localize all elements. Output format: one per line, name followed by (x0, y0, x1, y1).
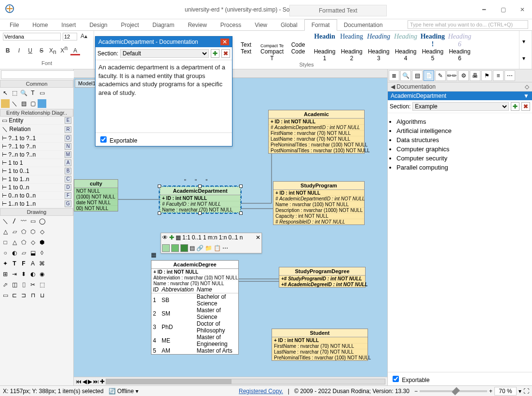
shape-polyline-icon[interactable]: 〳 (10, 217, 19, 225)
shape-T-icon[interactable]: T (10, 259, 19, 268)
color1-icon[interactable] (1, 99, 10, 108)
menu-global[interactable]: Global (274, 20, 304, 30)
mini-paste-icon[interactable]: 📋 (214, 245, 221, 251)
shape-ellipse-icon[interactable]: ◯ (38, 217, 46, 225)
status-registered[interactable]: Registered Copy. (239, 388, 283, 395)
font-color-button[interactable]: A (70, 47, 80, 55)
drawing-header[interactable]: Drawing (0, 208, 73, 216)
common-header[interactable]: Common (0, 80, 73, 88)
shape-x-icon[interactable]: ◫ (10, 280, 19, 289)
tool-q1qn[interactable]: ⊢ ?..1 to ?..nN (0, 143, 73, 151)
maximize-button[interactable]: ▢ (493, 0, 513, 19)
menu-review[interactable]: Review (181, 20, 213, 30)
erd-header[interactable]: Entity Relationship Diagr.. (0, 109, 73, 117)
shape-r-icon[interactable]: ⊞ (1, 270, 10, 278)
panel-btn-8[interactable]: 🖶 (470, 70, 480, 81)
minimize-button[interactable]: ━ (474, 0, 493, 19)
entity-faculty[interactable]: culty NOT NULL (1000) NOT NULL date NOT … (74, 179, 118, 211)
menu-process[interactable]: Process (214, 20, 248, 30)
doc-editor-close[interactable]: ✕ (220, 39, 229, 45)
toolbox-search[interactable] (1, 70, 76, 79)
entity-academic-department[interactable]: AcademicDepartment + ID : int NOT NULL #… (160, 186, 241, 213)
menu-design[interactable]: Design (82, 20, 114, 30)
grid-toggle-icon[interactable]: ▦ (151, 251, 156, 258)
shape-m-icon[interactable]: ▱ (19, 249, 28, 257)
menu-insert[interactable]: Insert (55, 20, 82, 30)
mini-11[interactable]: 1:1 (182, 234, 191, 241)
menu-project[interactable]: Project (114, 20, 146, 30)
doc-panel-expand-icon[interactable]: ▼ (523, 92, 529, 99)
heading1-style[interactable]: Headin (312, 33, 337, 48)
shape-F-icon[interactable]: F (19, 259, 28, 268)
panel-btn-2[interactable]: 🔍 (400, 70, 411, 81)
anchor-icon[interactable]: ▫ (184, 176, 186, 183)
note-tool-icon[interactable]: ▤ (19, 99, 28, 108)
strike-button[interactable]: S (37, 47, 46, 54)
shape-line-icon[interactable]: ＼ (1, 217, 10, 225)
font-family-input[interactable] (3, 33, 61, 40)
shape-s-icon[interactable]: ⇥ (10, 270, 19, 278)
shape-f-icon[interactable]: □ (1, 238, 10, 247)
entity-study-program-degree[interactable]: StudyProgramDegree +# StudyProgramID : i… (279, 267, 366, 288)
heading2-style[interactable]: Heading (339, 33, 364, 48)
nav-first-icon[interactable]: ⏮ (76, 378, 82, 385)
shape-z-icon[interactable]: ✂ (28, 280, 37, 289)
entity-academic-degree[interactable]: AcademicDegree + ID : int NOT NULL Abbre… (151, 260, 239, 355)
heading3-style[interactable]: Heading (366, 33, 391, 48)
pointer-tool-icon[interactable]: ↖ (1, 89, 10, 97)
nav-add-icon[interactable]: ✚ (100, 378, 105, 385)
entity-academic[interactable]: Academic + ID : int NOT NULL # AcademicD… (268, 110, 365, 154)
color2-icon[interactable] (38, 99, 46, 108)
mini-folder-icon[interactable]: 📁 (205, 245, 212, 251)
shape-p-icon[interactable]: ✦ (1, 259, 10, 268)
anchor-icon[interactable]: ▫ (205, 176, 207, 183)
panel-btn-6[interactable]: ✏✏ (447, 70, 457, 81)
ribbon-collapse-icon[interactable]: ▾ (522, 38, 529, 45)
tool-1to1n[interactable]: ⊢ 1 to 1..nC (0, 175, 73, 184)
style-compact-prev[interactable]: Compact Te (260, 43, 284, 48)
shape-l-icon[interactable]: ◐ (10, 249, 19, 257)
container-tool-icon[interactable]: ▭ (38, 89, 46, 97)
mini-more-icon[interactable]: ⋯ (222, 245, 228, 251)
heading5-style[interactable]: Heading ! (420, 33, 445, 48)
subscript-button[interactable]: Xn (48, 47, 57, 55)
mini-grid-icon[interactable]: ▦ (176, 234, 181, 241)
doc-panel-list[interactable]: Algorithms Artificial intelligence Data … (396, 117, 532, 172)
anchor-icon[interactable]: ▫ (195, 176, 197, 183)
menu-diagram[interactable]: Diagram (146, 20, 181, 30)
frame-tool-icon[interactable]: ▢ (28, 99, 37, 108)
shape-u-icon[interactable]: ◐ (28, 270, 37, 278)
mini-mn[interactable]: m:n (208, 234, 218, 241)
shape-w-icon[interactable]: ⬀ (1, 280, 10, 289)
doc-panel-section-select[interactable]: Example (412, 102, 509, 111)
shape-v-icon[interactable]: ◉ (38, 270, 46, 278)
shape-ae-icon[interactable]: ⊓ (28, 291, 37, 300)
menu-file[interactable]: File (3, 20, 26, 30)
doc-panel-add-button[interactable]: ✚ (511, 102, 519, 111)
doc-editor-add-button[interactable]: ✚ (211, 49, 219, 58)
shape-aa-icon[interactable]: ⬚ (38, 280, 46, 289)
shape-y-icon[interactable]: ⌷ (19, 280, 28, 289)
doc-panel-exportable[interactable]: Exportable (391, 377, 430, 383)
mini-eye-icon[interactable]: 👁 (162, 234, 168, 241)
panel-btn-1[interactable]: ≣ (389, 70, 399, 81)
tool-qnqn[interactable]: ⊢ ?..n to ?..nM (0, 151, 73, 159)
doc-editor-body[interactable]: An academic department is a department o… (95, 60, 232, 132)
mini-close-icon[interactable]: ✕ (256, 234, 260, 241)
zoom-tool-icon[interactable]: 🔍 (19, 89, 28, 97)
shape-j-icon[interactable]: ⬢ (38, 238, 46, 247)
heading4-style[interactable]: Heading (393, 33, 418, 48)
shape-ad-icon[interactable]: ⊐ (19, 291, 28, 300)
ribbon-options-icon[interactable]: ▾ (522, 55, 529, 62)
shape-t-icon[interactable]: ⬍ (19, 270, 28, 278)
style-text-prev[interactable]: Text (234, 41, 258, 48)
swatch-green2[interactable] (171, 244, 179, 252)
nav-last-icon[interactable]: ⏭ (93, 378, 99, 385)
shape-g-icon[interactable]: △ (10, 238, 19, 247)
shape-q-icon[interactable]: ⌘ (38, 259, 46, 268)
context-tab[interactable]: Formatted Text (289, 5, 387, 16)
shape-d-icon[interactable]: ⬡ (28, 227, 37, 236)
shape-h-icon[interactable]: ⬠ (19, 238, 28, 247)
mini-0n[interactable]: 0..1 n (228, 234, 243, 241)
tool-entity[interactable]: ▭ EntityE (0, 117, 73, 125)
